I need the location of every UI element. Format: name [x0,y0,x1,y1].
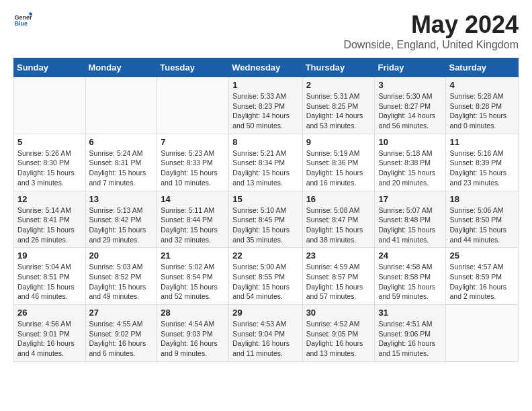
day-info: Sunrise: 5:26 AMSunset: 8:30 PMDaylight:… [17,148,82,188]
day-number: 9 [306,137,371,147]
day-info: Sunrise: 4:55 AMSunset: 9:02 PMDaylight:… [89,319,154,359]
calendar-cell: 15Sunrise: 5:10 AMSunset: 8:45 PMDayligh… [229,191,302,248]
calendar-cell [446,305,519,362]
day-number: 6 [89,137,154,147]
calendar-cell: 31Sunrise: 4:51 AMSunset: 9:06 PMDayligh… [375,305,446,362]
day-number: 1 [232,80,298,90]
day-info: Sunrise: 5:28 AMSunset: 8:28 PMDaylight:… [449,91,515,131]
calendar-week-row: 12Sunrise: 5:14 AMSunset: 8:41 PMDayligh… [14,191,519,248]
calendar-cell: 9Sunrise: 5:19 AMSunset: 8:36 PMDaylight… [302,134,375,191]
calendar-cell: 18Sunrise: 5:06 AMSunset: 8:50 PMDayligh… [446,191,519,248]
day-info: Sunrise: 5:08 AMSunset: 8:47 PMDaylight:… [306,205,371,245]
day-number: 13 [89,194,154,204]
day-info: Sunrise: 4:56 AMSunset: 9:01 PMDaylight:… [17,319,82,359]
day-number: 11 [449,137,515,147]
weekday-header-monday: Monday [85,58,157,77]
day-number: 29 [232,308,298,318]
weekday-header-sunday: Sunday [14,58,86,77]
calendar-cell: 16Sunrise: 5:08 AMSunset: 8:47 PMDayligh… [302,191,375,248]
day-info: Sunrise: 4:59 AMSunset: 8:57 PMDaylight:… [306,262,371,302]
calendar-cell [157,77,229,134]
day-info: Sunrise: 5:00 AMSunset: 8:55 PMDaylight:… [232,262,298,302]
day-number: 10 [378,137,442,147]
day-info: Sunrise: 4:54 AMSunset: 9:03 PMDaylight:… [161,319,225,359]
day-number: 21 [161,250,225,261]
day-info: Sunrise: 5:07 AMSunset: 8:48 PMDaylight:… [378,205,442,245]
day-number: 3 [378,80,442,90]
day-info: Sunrise: 5:30 AMSunset: 8:27 PMDaylight:… [378,91,442,131]
day-number: 24 [378,250,442,261]
day-number: 16 [306,194,371,204]
calendar-cell: 22Sunrise: 5:00 AMSunset: 8:55 PMDayligh… [229,248,302,305]
calendar-subtitle: Downside, England, United Kingdom [343,39,519,51]
day-info: Sunrise: 5:13 AMSunset: 8:42 PMDaylight:… [89,205,154,245]
day-number: 26 [17,308,82,318]
title-section: May 2024 Downside, England, United Kingd… [343,11,519,51]
calendar-week-row: 26Sunrise: 4:56 AMSunset: 9:01 PMDayligh… [14,305,519,362]
calendar-cell: 24Sunrise: 4:58 AMSunset: 8:58 PMDayligh… [375,248,446,305]
day-number: 19 [17,250,82,261]
calendar-cell: 20Sunrise: 5:03 AMSunset: 8:52 PMDayligh… [85,248,157,305]
day-number: 30 [306,308,371,318]
day-number: 8 [232,137,298,147]
calendar-cell: 5Sunrise: 5:26 AMSunset: 8:30 PMDaylight… [14,134,86,191]
day-number: 18 [449,194,515,204]
calendar-cell: 7Sunrise: 5:23 AMSunset: 8:33 PMDaylight… [157,134,229,191]
calendar-cell: 27Sunrise: 4:55 AMSunset: 9:02 PMDayligh… [85,305,157,362]
weekday-header-tuesday: Tuesday [157,58,229,77]
day-number: 27 [89,308,154,318]
day-info: Sunrise: 5:16 AMSunset: 8:39 PMDaylight:… [449,148,515,188]
weekday-header-row: SundayMondayTuesdayWednesdayThursdayFrid… [14,58,519,77]
calendar-cell: 8Sunrise: 5:21 AMSunset: 8:34 PMDaylight… [229,134,302,191]
day-info: Sunrise: 4:52 AMSunset: 9:05 PMDaylight:… [306,319,371,359]
calendar-cell: 6Sunrise: 5:24 AMSunset: 8:31 PMDaylight… [85,134,157,191]
calendar-cell: 4Sunrise: 5:28 AMSunset: 8:28 PMDaylight… [446,77,519,134]
day-info: Sunrise: 5:24 AMSunset: 8:31 PMDaylight:… [89,148,154,188]
svg-text:General: General [14,14,32,21]
day-number: 5 [17,137,82,147]
day-number: 28 [161,308,225,318]
calendar-week-row: 5Sunrise: 5:26 AMSunset: 8:30 PMDaylight… [14,134,519,191]
day-info: Sunrise: 4:58 AMSunset: 8:58 PMDaylight:… [378,262,442,302]
day-info: Sunrise: 5:04 AMSunset: 8:51 PMDaylight:… [17,262,82,302]
day-number: 20 [89,250,154,261]
day-number: 17 [378,194,442,204]
svg-text:Blue: Blue [14,20,28,27]
day-info: Sunrise: 4:53 AMSunset: 9:04 PMDaylight:… [232,319,298,359]
calendar-cell: 11Sunrise: 5:16 AMSunset: 8:39 PMDayligh… [446,134,519,191]
day-info: Sunrise: 5:18 AMSunset: 8:38 PMDaylight:… [378,148,442,188]
calendar-title: May 2024 [343,11,519,39]
calendar-cell [14,77,86,134]
day-info: Sunrise: 5:02 AMSunset: 8:54 PMDaylight:… [161,262,225,302]
calendar-cell: 25Sunrise: 4:57 AMSunset: 8:59 PMDayligh… [446,248,519,305]
calendar-cell: 14Sunrise: 5:11 AMSunset: 8:44 PMDayligh… [157,191,229,248]
day-info: Sunrise: 4:57 AMSunset: 8:59 PMDaylight:… [449,262,515,302]
day-info: Sunrise: 5:23 AMSunset: 8:33 PMDaylight:… [161,148,225,188]
calendar-cell: 21Sunrise: 5:02 AMSunset: 8:54 PMDayligh… [157,248,229,305]
day-number: 2 [306,80,371,90]
logo-icon: General Blue [13,11,32,30]
day-info: Sunrise: 5:21 AMSunset: 8:34 PMDaylight:… [232,148,298,188]
day-number: 25 [449,250,515,261]
day-info: Sunrise: 5:31 AMSunset: 8:25 PMDaylight:… [306,91,371,131]
calendar-cell: 19Sunrise: 5:04 AMSunset: 8:51 PMDayligh… [14,248,86,305]
day-info: Sunrise: 5:33 AMSunset: 8:23 PMDaylight:… [232,91,298,131]
day-info: Sunrise: 5:06 AMSunset: 8:50 PMDaylight:… [449,205,515,245]
day-number: 12 [17,194,82,204]
day-number: 31 [378,308,442,318]
weekday-header-saturday: Saturday [446,58,519,77]
day-number: 14 [161,194,225,204]
day-info: Sunrise: 5:11 AMSunset: 8:44 PMDaylight:… [161,205,225,245]
day-info: Sunrise: 5:10 AMSunset: 8:45 PMDaylight:… [232,205,298,245]
day-info: Sunrise: 5:14 AMSunset: 8:41 PMDaylight:… [17,205,82,245]
calendar-cell: 2Sunrise: 5:31 AMSunset: 8:25 PMDaylight… [302,77,375,134]
calendar-week-row: 1Sunrise: 5:33 AMSunset: 8:23 PMDaylight… [14,77,519,134]
day-number: 23 [306,250,371,261]
day-info: Sunrise: 5:19 AMSunset: 8:36 PMDaylight:… [306,148,371,188]
day-number: 15 [232,194,298,204]
calendar-week-row: 19Sunrise: 5:04 AMSunset: 8:51 PMDayligh… [14,248,519,305]
day-info: Sunrise: 5:03 AMSunset: 8:52 PMDaylight:… [89,262,154,302]
day-info: Sunrise: 4:51 AMSunset: 9:06 PMDaylight:… [378,319,442,359]
calendar-cell: 30Sunrise: 4:52 AMSunset: 9:05 PMDayligh… [302,305,375,362]
calendar-cell: 1Sunrise: 5:33 AMSunset: 8:23 PMDaylight… [229,77,302,134]
